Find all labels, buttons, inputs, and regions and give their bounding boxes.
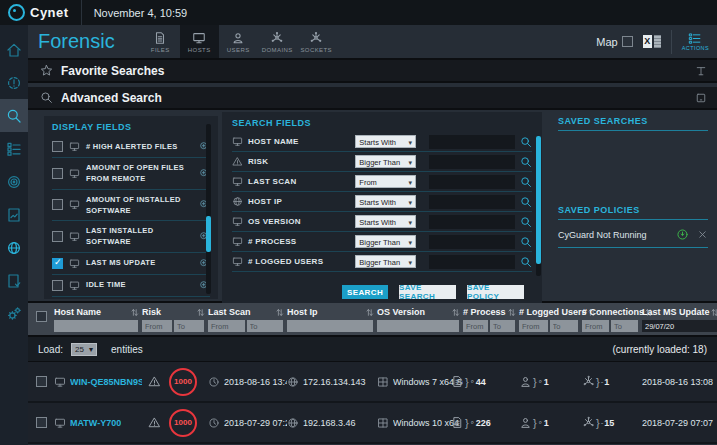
- column-header-host-ip[interactable]: Host Ip: [287, 306, 377, 318]
- column-header-process[interactable]: # Process: [463, 306, 519, 318]
- operator-select[interactable]: Bigger Than▾: [355, 235, 416, 248]
- advanced-search-bar[interactable]: Advanced Search: [28, 87, 717, 110]
- filter-risk-from[interactable]: [142, 320, 172, 332]
- field-checkbox[interactable]: [52, 199, 63, 210]
- run-field-search-icon[interactable]: [520, 196, 532, 208]
- sort-icon[interactable]: [710, 308, 717, 317]
- column-header-host-name[interactable]: Host Name: [54, 306, 142, 318]
- search-button[interactable]: SEARCH: [342, 285, 388, 299]
- sidebar-item-policies[interactable]: [0, 264, 28, 297]
- column-header-os-version[interactable]: OS Version: [377, 306, 463, 318]
- operator-select[interactable]: Starts With▾: [355, 215, 416, 228]
- export-excel-button[interactable]: X: [643, 34, 661, 50]
- sort-icon[interactable]: [365, 308, 374, 317]
- column-header-logged-users[interactable]: # Logged Users: [519, 306, 582, 318]
- filter-process-to[interactable]: [490, 320, 515, 332]
- favorite-searches-bar[interactable]: Favorite Searches: [28, 60, 717, 83]
- field-checkbox[interactable]: [52, 141, 63, 152]
- scrollbar-thumb[interactable]: [206, 216, 211, 252]
- column-header-connections[interactable]: # Connections: [582, 306, 642, 318]
- delete-policy-icon[interactable]: [697, 229, 708, 240]
- run-field-search-icon[interactable]: [520, 236, 532, 248]
- filter-logged-users-to[interactable]: [550, 320, 579, 332]
- sidebar-item-network[interactable]: [0, 231, 28, 264]
- search-field-label: LAST SCAN: [248, 177, 350, 186]
- run-field-search-icon[interactable]: [520, 176, 532, 188]
- search-value-input[interactable]: [429, 175, 515, 189]
- load-controls: Load: 25▾ entities (currently loaded: 18…: [28, 337, 717, 362]
- sidebar-item-reports[interactable]: [0, 198, 28, 231]
- field-checkbox-checked[interactable]: [52, 258, 63, 269]
- load-count-select[interactable]: 25▾: [71, 343, 97, 356]
- run-field-search-icon[interactable]: [520, 156, 532, 168]
- sort-icon[interactable]: [451, 308, 460, 317]
- filter-host-ip[interactable]: [287, 320, 373, 332]
- search-value-input[interactable]: [429, 215, 515, 229]
- sort-icon[interactable]: [275, 308, 284, 317]
- row-checkbox[interactable]: [36, 376, 47, 387]
- sidebar-item-tasks[interactable]: [0, 132, 28, 165]
- filter-risk-to[interactable]: [174, 320, 204, 332]
- filter-last-scan-from[interactable]: [208, 320, 245, 332]
- operator-select[interactable]: From▾: [355, 175, 416, 188]
- column-header-risk[interactable]: Risk: [142, 306, 208, 318]
- search-value-input[interactable]: [429, 195, 515, 209]
- actions-button[interactable]: ACTIONS: [682, 32, 709, 51]
- operator-select[interactable]: Bigger Than▾: [355, 155, 416, 168]
- sort-icon[interactable]: [196, 308, 205, 317]
- save-search-button[interactable]: SAVE SEARCH: [399, 285, 456, 299]
- run-field-search-icon[interactable]: [520, 216, 532, 228]
- run-field-search-icon[interactable]: [520, 136, 532, 148]
- column-header-last-ms-update[interactable]: Last MS Update: [642, 306, 717, 318]
- tab-sockets[interactable]: SOCKETS: [297, 25, 336, 58]
- filter-logged-users-from[interactable]: [519, 320, 548, 332]
- search-fields-scrollbar[interactable]: [536, 136, 541, 276]
- results-table-header: Host Name Risk Last Scan Host Ip OS Vers…: [28, 303, 717, 337]
- search-value-input[interactable]: [429, 135, 515, 149]
- save-policy-button[interactable]: SAVE POLICY: [467, 285, 524, 299]
- filter-last-scan-to[interactable]: [247, 320, 284, 332]
- sidebar-item-forensic-search[interactable]: [0, 99, 28, 132]
- filter-host-name[interactable]: [54, 320, 138, 332]
- search-value-input[interactable]: [429, 255, 515, 269]
- filter-icon[interactable]: [695, 65, 707, 77]
- sidebar-item-alerts[interactable]: [0, 66, 28, 99]
- sidebar-item-target[interactable]: [0, 165, 28, 198]
- tab-hosts[interactable]: HOSTS: [180, 25, 219, 58]
- monitor-icon: [69, 280, 80, 291]
- field-checkbox[interactable]: [52, 280, 63, 291]
- operator-select[interactable]: Starts With▾: [355, 135, 416, 148]
- select-all-checkbox[interactable]: [36, 311, 47, 322]
- tab-files[interactable]: FILES: [141, 25, 180, 58]
- sort-icon[interactable]: [130, 308, 139, 317]
- expand-panel-icon[interactable]: [695, 92, 707, 104]
- tab-users[interactable]: USERS: [219, 25, 258, 58]
- scrollbar-thumb[interactable]: [536, 136, 541, 264]
- field-checkbox[interactable]: [52, 231, 63, 242]
- filter-os-version[interactable]: [377, 320, 459, 332]
- filter-connections-from[interactable]: [582, 320, 609, 332]
- column-header-last-scan[interactable]: Last Scan: [208, 306, 287, 318]
- sort-icon[interactable]: [507, 308, 516, 317]
- search-value-input[interactable]: [429, 155, 515, 169]
- run-policy-icon[interactable]: [676, 228, 689, 241]
- display-fields-scrollbar[interactable]: [206, 124, 211, 294]
- globe-icon: [287, 417, 299, 429]
- sidebar-item-home[interactable]: [0, 33, 28, 66]
- sidebar-item-settings[interactable]: [0, 297, 28, 330]
- operator-select[interactable]: Bigger Than▾: [355, 255, 416, 268]
- run-field-search-icon[interactable]: [520, 256, 532, 268]
- search-value-input[interactable]: [429, 235, 515, 249]
- filter-last-ms-from[interactable]: [642, 320, 717, 332]
- table-row[interactable]: MATW-Y700 1000 2018-07-29 07:25 192.168.…: [28, 403, 717, 444]
- host-name-link[interactable]: MATW-Y700: [70, 418, 121, 428]
- tab-domains[interactable]: DOMAINS: [258, 25, 297, 58]
- field-checkbox[interactable]: [52, 168, 63, 179]
- host-name-link[interactable]: WIN-QE85NBN9SS6: [70, 377, 142, 387]
- table-row[interactable]: WIN-QE85NBN9SS6 1000 2018-08-16 13:41 17…: [28, 362, 717, 403]
- operator-select[interactable]: Starts With▾: [355, 195, 416, 208]
- map-checkbox[interactable]: [622, 36, 633, 47]
- row-checkbox[interactable]: [36, 417, 47, 428]
- filter-process-from[interactable]: [463, 320, 488, 332]
- filter-connections-to[interactable]: [611, 320, 638, 332]
